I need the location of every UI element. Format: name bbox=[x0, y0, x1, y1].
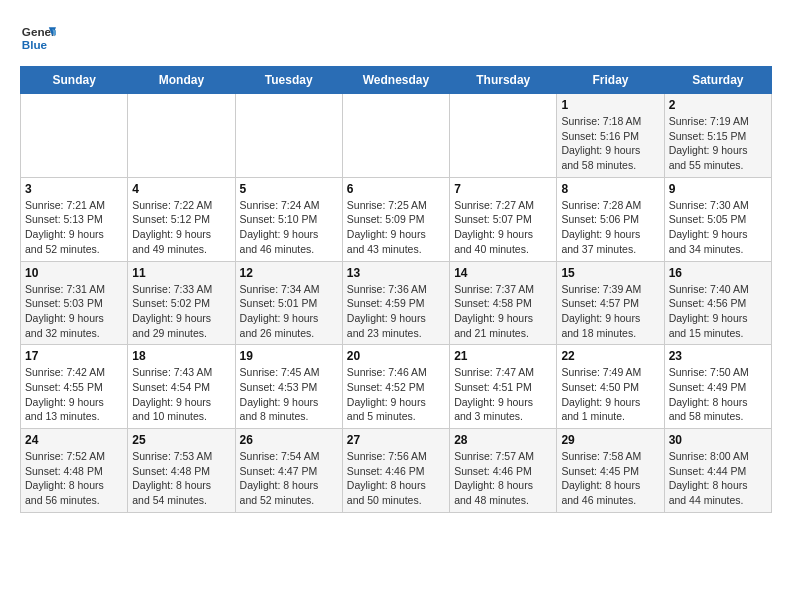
day-number: 12 bbox=[240, 266, 338, 280]
calendar-cell: 26Sunrise: 7:54 AM Sunset: 4:47 PM Dayli… bbox=[235, 429, 342, 513]
day-number: 5 bbox=[240, 182, 338, 196]
calendar-cell: 15Sunrise: 7:39 AM Sunset: 4:57 PM Dayli… bbox=[557, 261, 664, 345]
day-number: 25 bbox=[132, 433, 230, 447]
day-number: 24 bbox=[25, 433, 123, 447]
calendar-cell: 23Sunrise: 7:50 AM Sunset: 4:49 PM Dayli… bbox=[664, 345, 771, 429]
calendar-cell bbox=[235, 94, 342, 178]
day-number: 4 bbox=[132, 182, 230, 196]
day-info: Sunrise: 7:40 AM Sunset: 4:56 PM Dayligh… bbox=[669, 282, 767, 341]
day-number: 15 bbox=[561, 266, 659, 280]
calendar-cell: 10Sunrise: 7:31 AM Sunset: 5:03 PM Dayli… bbox=[21, 261, 128, 345]
day-info: Sunrise: 7:22 AM Sunset: 5:12 PM Dayligh… bbox=[132, 198, 230, 257]
day-number: 17 bbox=[25, 349, 123, 363]
calendar-cell: 3Sunrise: 7:21 AM Sunset: 5:13 PM Daylig… bbox=[21, 177, 128, 261]
day-number: 19 bbox=[240, 349, 338, 363]
calendar-cell: 7Sunrise: 7:27 AM Sunset: 5:07 PM Daylig… bbox=[450, 177, 557, 261]
day-number: 30 bbox=[669, 433, 767, 447]
calendar-cell: 29Sunrise: 7:58 AM Sunset: 4:45 PM Dayli… bbox=[557, 429, 664, 513]
day-number: 9 bbox=[669, 182, 767, 196]
day-info: Sunrise: 7:46 AM Sunset: 4:52 PM Dayligh… bbox=[347, 365, 445, 424]
day-info: Sunrise: 7:27 AM Sunset: 5:07 PM Dayligh… bbox=[454, 198, 552, 257]
calendar-cell: 24Sunrise: 7:52 AM Sunset: 4:48 PM Dayli… bbox=[21, 429, 128, 513]
calendar-week-3: 10Sunrise: 7:31 AM Sunset: 5:03 PM Dayli… bbox=[21, 261, 772, 345]
calendar-cell: 17Sunrise: 7:42 AM Sunset: 4:55 PM Dayli… bbox=[21, 345, 128, 429]
day-number: 8 bbox=[561, 182, 659, 196]
day-info: Sunrise: 7:25 AM Sunset: 5:09 PM Dayligh… bbox=[347, 198, 445, 257]
day-number: 23 bbox=[669, 349, 767, 363]
day-info: Sunrise: 7:42 AM Sunset: 4:55 PM Dayligh… bbox=[25, 365, 123, 424]
day-info: Sunrise: 7:34 AM Sunset: 5:01 PM Dayligh… bbox=[240, 282, 338, 341]
day-info: Sunrise: 7:36 AM Sunset: 4:59 PM Dayligh… bbox=[347, 282, 445, 341]
day-info: Sunrise: 7:19 AM Sunset: 5:15 PM Dayligh… bbox=[669, 114, 767, 173]
calendar-cell: 5Sunrise: 7:24 AM Sunset: 5:10 PM Daylig… bbox=[235, 177, 342, 261]
day-number: 11 bbox=[132, 266, 230, 280]
day-info: Sunrise: 7:53 AM Sunset: 4:48 PM Dayligh… bbox=[132, 449, 230, 508]
calendar-cell: 2Sunrise: 7:19 AM Sunset: 5:15 PM Daylig… bbox=[664, 94, 771, 178]
day-number: 10 bbox=[25, 266, 123, 280]
day-number: 28 bbox=[454, 433, 552, 447]
calendar-cell: 27Sunrise: 7:56 AM Sunset: 4:46 PM Dayli… bbox=[342, 429, 449, 513]
calendar-table: SundayMondayTuesdayWednesdayThursdayFrid… bbox=[20, 66, 772, 513]
day-number: 1 bbox=[561, 98, 659, 112]
day-number: 3 bbox=[25, 182, 123, 196]
calendar-cell: 18Sunrise: 7:43 AM Sunset: 4:54 PM Dayli… bbox=[128, 345, 235, 429]
calendar-week-2: 3Sunrise: 7:21 AM Sunset: 5:13 PM Daylig… bbox=[21, 177, 772, 261]
day-number: 26 bbox=[240, 433, 338, 447]
calendar-cell: 21Sunrise: 7:47 AM Sunset: 4:51 PM Dayli… bbox=[450, 345, 557, 429]
day-info: Sunrise: 7:52 AM Sunset: 4:48 PM Dayligh… bbox=[25, 449, 123, 508]
calendar-week-1: 1Sunrise: 7:18 AM Sunset: 5:16 PM Daylig… bbox=[21, 94, 772, 178]
day-number: 21 bbox=[454, 349, 552, 363]
calendar-cell: 8Sunrise: 7:28 AM Sunset: 5:06 PM Daylig… bbox=[557, 177, 664, 261]
weekday-header-tuesday: Tuesday bbox=[235, 67, 342, 94]
day-number: 29 bbox=[561, 433, 659, 447]
calendar-cell: 28Sunrise: 7:57 AM Sunset: 4:46 PM Dayli… bbox=[450, 429, 557, 513]
day-info: Sunrise: 8:00 AM Sunset: 4:44 PM Dayligh… bbox=[669, 449, 767, 508]
calendar-cell: 14Sunrise: 7:37 AM Sunset: 4:58 PM Dayli… bbox=[450, 261, 557, 345]
day-info: Sunrise: 7:28 AM Sunset: 5:06 PM Dayligh… bbox=[561, 198, 659, 257]
weekday-header-sunday: Sunday bbox=[21, 67, 128, 94]
calendar-cell: 13Sunrise: 7:36 AM Sunset: 4:59 PM Dayli… bbox=[342, 261, 449, 345]
day-info: Sunrise: 7:30 AM Sunset: 5:05 PM Dayligh… bbox=[669, 198, 767, 257]
weekday-header-saturday: Saturday bbox=[664, 67, 771, 94]
day-info: Sunrise: 7:31 AM Sunset: 5:03 PM Dayligh… bbox=[25, 282, 123, 341]
logo-icon: General Blue bbox=[20, 20, 56, 56]
day-info: Sunrise: 7:49 AM Sunset: 4:50 PM Dayligh… bbox=[561, 365, 659, 424]
day-info: Sunrise: 7:21 AM Sunset: 5:13 PM Dayligh… bbox=[25, 198, 123, 257]
weekday-header-wednesday: Wednesday bbox=[342, 67, 449, 94]
day-number: 18 bbox=[132, 349, 230, 363]
day-info: Sunrise: 7:56 AM Sunset: 4:46 PM Dayligh… bbox=[347, 449, 445, 508]
day-number: 14 bbox=[454, 266, 552, 280]
day-info: Sunrise: 7:58 AM Sunset: 4:45 PM Dayligh… bbox=[561, 449, 659, 508]
calendar-cell: 12Sunrise: 7:34 AM Sunset: 5:01 PM Dayli… bbox=[235, 261, 342, 345]
day-number: 6 bbox=[347, 182, 445, 196]
day-number: 22 bbox=[561, 349, 659, 363]
day-info: Sunrise: 7:54 AM Sunset: 4:47 PM Dayligh… bbox=[240, 449, 338, 508]
day-number: 20 bbox=[347, 349, 445, 363]
day-number: 16 bbox=[669, 266, 767, 280]
day-info: Sunrise: 7:50 AM Sunset: 4:49 PM Dayligh… bbox=[669, 365, 767, 424]
calendar-week-4: 17Sunrise: 7:42 AM Sunset: 4:55 PM Dayli… bbox=[21, 345, 772, 429]
day-info: Sunrise: 7:33 AM Sunset: 5:02 PM Dayligh… bbox=[132, 282, 230, 341]
calendar-cell bbox=[128, 94, 235, 178]
calendar-cell: 1Sunrise: 7:18 AM Sunset: 5:16 PM Daylig… bbox=[557, 94, 664, 178]
day-info: Sunrise: 7:57 AM Sunset: 4:46 PM Dayligh… bbox=[454, 449, 552, 508]
day-info: Sunrise: 7:24 AM Sunset: 5:10 PM Dayligh… bbox=[240, 198, 338, 257]
calendar-cell: 9Sunrise: 7:30 AM Sunset: 5:05 PM Daylig… bbox=[664, 177, 771, 261]
calendar-cell: 11Sunrise: 7:33 AM Sunset: 5:02 PM Dayli… bbox=[128, 261, 235, 345]
weekday-header-monday: Monday bbox=[128, 67, 235, 94]
calendar-cell: 16Sunrise: 7:40 AM Sunset: 4:56 PM Dayli… bbox=[664, 261, 771, 345]
calendar-week-5: 24Sunrise: 7:52 AM Sunset: 4:48 PM Dayli… bbox=[21, 429, 772, 513]
calendar-cell: 4Sunrise: 7:22 AM Sunset: 5:12 PM Daylig… bbox=[128, 177, 235, 261]
day-number: 13 bbox=[347, 266, 445, 280]
day-number: 2 bbox=[669, 98, 767, 112]
svg-text:Blue: Blue bbox=[22, 38, 48, 51]
weekday-header-friday: Friday bbox=[557, 67, 664, 94]
day-number: 7 bbox=[454, 182, 552, 196]
day-info: Sunrise: 7:45 AM Sunset: 4:53 PM Dayligh… bbox=[240, 365, 338, 424]
calendar-cell bbox=[21, 94, 128, 178]
calendar-cell: 25Sunrise: 7:53 AM Sunset: 4:48 PM Dayli… bbox=[128, 429, 235, 513]
day-info: Sunrise: 7:18 AM Sunset: 5:16 PM Dayligh… bbox=[561, 114, 659, 173]
calendar-cell: 30Sunrise: 8:00 AM Sunset: 4:44 PM Dayli… bbox=[664, 429, 771, 513]
calendar-cell: 6Sunrise: 7:25 AM Sunset: 5:09 PM Daylig… bbox=[342, 177, 449, 261]
calendar-body: 1Sunrise: 7:18 AM Sunset: 5:16 PM Daylig… bbox=[21, 94, 772, 513]
